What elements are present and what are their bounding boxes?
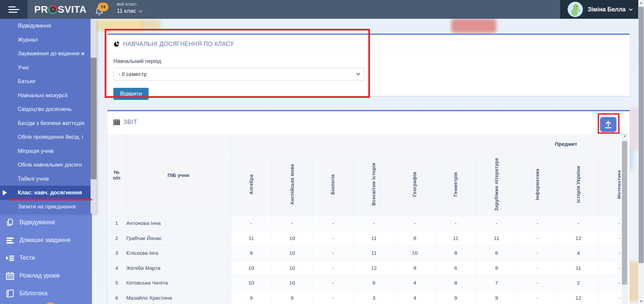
- top-bar: PRSVITA 74 МІЙ КЛАС: 11 клас: [0, 0, 644, 19]
- active-item-marker-icon: [3, 190, 7, 195]
- grade-cell: 9: [231, 291, 272, 304]
- report-table-container[interactable]: №п/пПІБ учняПредметАлгебраАнглійська мов…: [107, 134, 621, 304]
- open-button[interactable]: Відкрити: [113, 88, 149, 100]
- subject-header-label: Історія України: [576, 166, 581, 203]
- column-header-subject: Математика: [599, 154, 621, 216]
- sidebar-item-тести[interactable]: Тести: [0, 249, 92, 267]
- sidebar-subitem-label: Свідоцтво досягнень: [18, 106, 72, 112]
- grade-cell: 9: [272, 291, 313, 304]
- sidebar-item-розклад-уроків[interactable]: Розклад уроків: [0, 267, 92, 285]
- sidebar-subitem[interactable]: Відвідування: [0, 19, 91, 33]
- sidebar-subitem[interactable]: Навчальні екскурсії: [0, 88, 91, 103]
- table-scrollbar-thumb[interactable]: [622, 141, 627, 285]
- grade-cell: -: [435, 216, 476, 231]
- sidebar-bottom-badge: [44, 302, 56, 304]
- student-name-cell: Грабчак Йонас: [126, 231, 231, 246]
- sidebar-subitem[interactable]: Облік навчальних досягн: [0, 158, 91, 172]
- report-panel: ЗВІТ №п/пПІБ учняПредметАлгебраАнглійськ…: [107, 110, 630, 304]
- period-select[interactable]: - II семестр: [113, 68, 365, 80]
- grade-cell: 9: [435, 291, 476, 304]
- grade-cell: 10: [272, 261, 313, 276]
- grade-cell: 6: [476, 246, 517, 261]
- tasks-icon: [5, 253, 15, 263]
- report-table-head: №п/пПІБ учняПредметАлгебраАнглійська мов…: [107, 134, 621, 216]
- sidebar-subitem[interactable]: Журнал: [0, 33, 91, 47]
- background-decor: [97, 19, 144, 32]
- column-header-subject: Англійська мова: [272, 154, 313, 216]
- pie-chart-icon: [113, 41, 120, 47]
- subject-header-label: Всесвітня історія: [371, 163, 377, 205]
- brand-logo[interactable]: PRSVITA: [34, 0, 87, 19]
- subject-header-label: Інформатика: [535, 169, 540, 200]
- table-row: 3Єлісєєва Інга910-111086-4-: [107, 246, 621, 261]
- scroll-up-arrow-icon[interactable]: ▲: [622, 133, 628, 138]
- sidebar-subitem-label: Облік проведення бесід, і: [18, 134, 83, 140]
- column-header-subject: Географія: [394, 154, 435, 216]
- user-menu[interactable]: Зіміна Белла: [560, 0, 644, 19]
- brand-text-post: SVITA: [58, 4, 87, 15]
- sidebar-item-відвідування[interactable]: Відвідування: [0, 214, 92, 231]
- page-scrollbar[interactable]: ▲ ▼: [638, 0, 644, 304]
- achievements-panel: НАВЧАЛЬНІ ДОСЯГНЕННЯ ПО КЛАСУ Навчальний…: [107, 34, 630, 96]
- scroll-up-arrow-icon[interactable]: ▲: [638, 0, 644, 5]
- grade-cell: -: [599, 291, 621, 304]
- grade-cell: -: [517, 246, 558, 261]
- notifications-count-badge: 74: [98, 3, 108, 11]
- sidebar-subitem-label: Навчальні екскурсії: [18, 92, 67, 99]
- grade-cell: 10: [272, 276, 313, 291]
- student-name-cell: Мазайло Христина: [126, 291, 231, 304]
- sidebar-subitem[interactable]: Міграція учнів: [0, 144, 91, 158]
- avatar: [568, 2, 583, 17]
- grade-cell: -: [394, 216, 435, 231]
- sidebar-subitem[interactable]: Учні: [0, 61, 91, 75]
- sidebar-subitem[interactable]: Запити на приєднання: [0, 200, 91, 214]
- grade-cell: 10: [231, 261, 272, 276]
- grade-cell: 11: [354, 246, 394, 261]
- grade-cell: -: [313, 216, 354, 231]
- submenu-scrollbar-thumb[interactable]: [91, 58, 97, 179]
- sidebar-subitem[interactable]: Бесіди з безпеки життєдія: [0, 116, 91, 130]
- table-scrollbar[interactable]: ▲: [622, 133, 628, 304]
- brand-o-icon: [48, 5, 57, 14]
- sidebar-subitem[interactable]: Свідоцтво досягнень: [0, 102, 91, 116]
- sidebar-subitem[interactable]: Батьки: [0, 74, 91, 88]
- grade-cell: -: [313, 276, 354, 291]
- column-header-subject: Зарубіжна література: [476, 154, 517, 216]
- column-group-header: Предмет: [231, 134, 621, 154]
- user-name: Зіміна Белла: [588, 6, 626, 13]
- page-scrollbar-thumb[interactable]: [639, 7, 644, 263]
- sidebar-subitem[interactable]: Табелі учнів: [0, 172, 91, 186]
- grade-cell: 10: [394, 246, 435, 261]
- sidebar-subitem[interactable]: Зауваження до ведення ж: [0, 47, 91, 61]
- notifications-button[interactable]: 74: [93, 0, 112, 19]
- my-class-selector[interactable]: МІЙ КЛАС: 11 клас: [117, 2, 142, 14]
- sidebar-item-бібліотека[interactable]: Бібліотека: [0, 285, 92, 302]
- menu-toggle-button[interactable]: [0, 0, 28, 19]
- upload-button[interactable]: [600, 117, 616, 132]
- sidebar-subitem[interactable]: Клас: навч. досягнення: [0, 186, 91, 200]
- column-header-number: №п/п: [107, 134, 126, 216]
- scroll-down-arrow-icon[interactable]: ▼: [638, 299, 644, 304]
- achievements-panel-header: НАВЧАЛЬНІ ДОСЯГНЕННЯ ПО КЛАСУ: [107, 35, 630, 54]
- column-header-student-name: ПІБ учня: [126, 134, 231, 216]
- grade-cell: -: [313, 246, 354, 261]
- student-name-cell: Желіба Марта: [126, 261, 231, 276]
- sidebar-item-label: Тести: [19, 254, 35, 261]
- submenu-scrollbar[interactable]: [91, 19, 97, 214]
- sidebar-subitem[interactable]: Облік проведення бесід, і: [0, 130, 91, 144]
- annotation-underline-active-item: [9, 199, 92, 200]
- subject-header-label: Зарубіжна література: [494, 158, 499, 211]
- grade-cell: 11: [435, 231, 476, 246]
- report-table: №п/пПІБ учняПредметАлгебраАнглійська мов…: [107, 134, 621, 304]
- background-decor: [451, 19, 496, 33]
- sidebar-subitem-label: Облік навчальних досягн: [18, 162, 82, 168]
- grade-cell: 8: [476, 261, 517, 276]
- sidebar-item-домашні-завдання[interactable]: Домашні завдання: [0, 231, 92, 249]
- sidebar-subitem-label: Учні: [18, 64, 29, 71]
- grade-cell: 11: [354, 231, 394, 246]
- sidebar-item-label: Домашні завдання: [19, 237, 70, 244]
- student-name-cell: Котовська Чиліта: [126, 276, 231, 291]
- grade-cell: 7: [476, 276, 517, 291]
- column-header-subject: Всесвітня історія: [354, 154, 394, 216]
- grade-cell: 9: [394, 261, 435, 276]
